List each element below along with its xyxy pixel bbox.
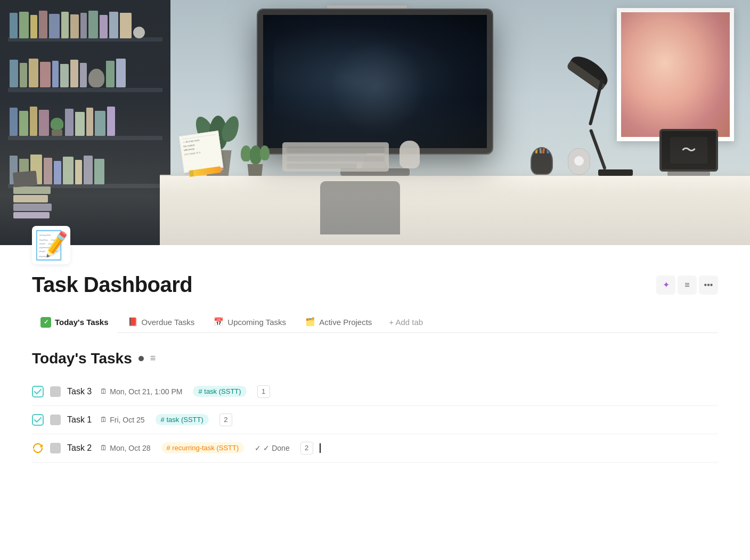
page-content: 📝 Task Dashboard ✦ ≡ ••• ✓ Today's Tasks… (0, 226, 750, 462)
task-color-task3 (50, 386, 61, 397)
task-number-task1: 2 (219, 413, 232, 426)
section-title: Today's Tasks (32, 350, 132, 367)
smart-device (568, 148, 590, 175)
page-icon: 📝 (32, 226, 70, 264)
title-row: Task Dashboard ✦ ≡ ••• (32, 273, 718, 297)
shelf-2-books (10, 59, 126, 87)
shelf-3 (8, 136, 162, 140)
task-list: Task 3 🗓 Mon, Oct 21, 1:00 PM # task (SS… (32, 378, 718, 462)
filter-button[interactable]: ≡ (678, 275, 697, 295)
shelf-1-books (10, 11, 145, 38)
keyboard (282, 142, 389, 172)
section-dot (138, 356, 144, 361)
tab-overdue-icon: 📕 (128, 317, 138, 327)
shelf-2 (8, 88, 162, 92)
calendar-icon: 🗓 (100, 387, 107, 395)
tab-upcoming-icon: 📅 (214, 317, 224, 327)
task-tag-task2[interactable]: # recurring-task (SSTT) (161, 442, 244, 453)
table-row: Task 1 🗓 Fri, Oct 25 # task (SSTT) 2 (32, 406, 718, 434)
more-button[interactable]: ••• (699, 275, 718, 295)
calendar-icon: 🗓 (100, 444, 107, 452)
desk-surface (160, 175, 750, 192)
tab-today[interactable]: ✓ Today's Tasks (32, 312, 117, 333)
pencil-holder (531, 147, 553, 175)
task-done-badge-task2: ✓ ✓ Done (255, 444, 289, 452)
section-filter-icon[interactable]: ≡ (150, 353, 156, 364)
task-checkbox-task3[interactable] (32, 386, 44, 397)
tab-upcoming[interactable]: 📅 Upcoming Tasks (205, 313, 295, 332)
stacked-books (13, 186, 52, 218)
wall-art-right (617, 8, 734, 141)
sparkle-button[interactable]: ✦ (656, 275, 675, 295)
desk-lamp (588, 61, 633, 176)
task-color-task1 (50, 415, 61, 425)
tab-upcoming-label: Upcoming Tasks (227, 318, 286, 327)
more-icon: ••• (704, 280, 713, 290)
phone (13, 171, 37, 188)
task-date-task2: 🗓 Mon, Oct 28 (100, 444, 150, 452)
title-actions: ✦ ≡ ••• (656, 275, 718, 295)
tab-active-label: Active Projects (319, 318, 372, 327)
task-name-task2: Task 2 (67, 443, 92, 453)
task-tag-task3[interactable]: # task (SSTT) (193, 386, 246, 397)
task-date-task3: 🗓 Mon, Oct 21, 1:00 PM (100, 387, 182, 396)
bookshelf (0, 0, 170, 245)
shelf-3-books (10, 107, 115, 136)
small-tablet: 〜 (659, 129, 718, 176)
tab-active-projects[interactable]: 🗂️ Active Projects (297, 313, 380, 332)
task-number-task2: 2 (300, 442, 313, 455)
check-icon: ✓ (255, 444, 261, 452)
page-title: Task Dashboard (32, 273, 192, 297)
tab-today-label: Today's Tasks (55, 318, 109, 327)
add-tab-label: + Add tab (389, 318, 423, 327)
tab-today-icon: ✓ (40, 316, 51, 328)
tab-active-icon: 🗂️ (305, 317, 315, 327)
tabs-row: ✓ Today's Tasks 📕 Overdue Tasks 📅 Upcomi… (32, 312, 718, 333)
task-checkbox-task2[interactable] (32, 442, 44, 454)
task-color-task2 (50, 443, 61, 453)
task-date-task1: 🗓 Fri, Oct 25 (100, 416, 144, 424)
tab-overdue-label: Overdue Tasks (142, 318, 195, 327)
calendar-icon: 🗓 (100, 416, 107, 424)
monitor-screen (258, 10, 492, 153)
section-header: Today's Tasks ≡ (32, 350, 718, 367)
text-cursor (320, 443, 321, 453)
table-row: Task 3 🗓 Mon, Oct 21, 1:00 PM # task (SS… (32, 378, 718, 406)
table-row: Task 2 🗓 Mon, Oct 28 # recurring-task (S… (32, 434, 718, 462)
task-number-task3: 1 (257, 385, 270, 398)
mouse (400, 141, 420, 168)
sparkle-icon: ✦ (663, 280, 670, 290)
task-checkbox-task1[interactable] (32, 414, 44, 426)
small-succulent (242, 145, 268, 176)
page-icon-area: 📝 (32, 226, 718, 264)
filter-icon: ≡ (684, 280, 689, 290)
task-tag-task1[interactable]: # task (SSTT) (156, 414, 209, 425)
task-name-task1: Task 1 (67, 415, 92, 425)
tab-overdue[interactable]: 📕 Overdue Tasks (119, 313, 203, 332)
task-name-task3: Task 3 (67, 387, 92, 396)
hero-image: 〜 — be truly sorry the market effectivel… (0, 0, 750, 245)
add-tab-button[interactable]: + Add tab (382, 313, 429, 331)
